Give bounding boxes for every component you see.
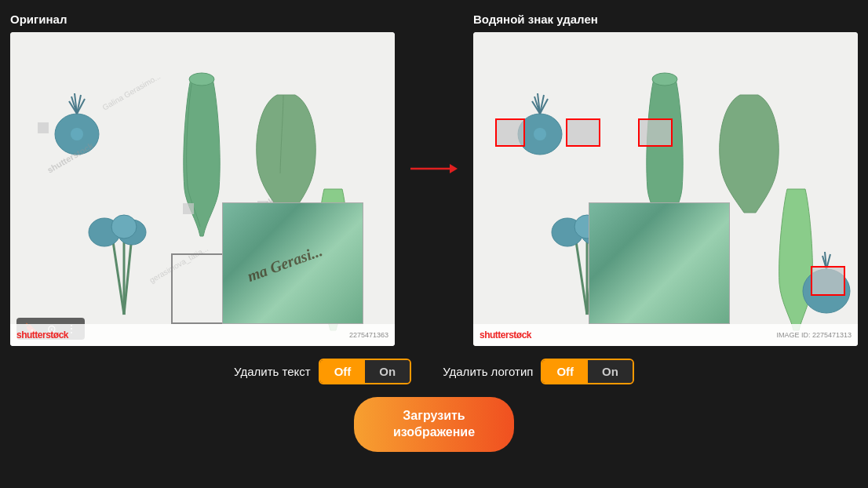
remove-text-control: Удалить текст Off On [234,359,411,384]
svg-point-7 [71,128,83,140]
direction-arrow [410,161,458,177]
svg-rect-19 [38,122,49,133]
shutterstock-logo-original: shutterstøck [16,330,68,341]
original-bottom-bar: shutterstøck 2275471363 [10,324,395,346]
red-box-4 [811,266,845,296]
svg-point-31 [534,128,546,140]
remove-text-off-button[interactable]: Off [320,360,366,383]
red-box-2 [566,118,600,147]
original-image-container: shutterstock Galina Gerasimo... gerasimo… [10,32,395,346]
download-button[interactable]: Загрузить изображение [354,397,514,452]
remove-text-on-button[interactable]: On [365,360,410,383]
svg-point-32 [652,73,677,86]
original-section: Оригинал [10,13,395,346]
processed-section: Водяной знак удален [473,13,858,346]
remove-logo-label: Удалить логотип [443,365,533,378]
red-box-1 [495,118,525,147]
processed-bottom-bar: shutterstøck IMAGE ID: 2275471313 [473,324,858,346]
remove-text-label: Удалить текст [234,365,311,378]
shutterstock-logo-processed: shutterstøck [480,330,531,341]
remove-logo-off-button[interactable]: Off [542,360,588,383]
image-id-processed: IMAGE ID: 2275471313 [776,331,852,339]
processed-title: Водяной знак удален [473,13,858,26]
remove-logo-toggle[interactable]: Off On [541,359,634,384]
remove-logo-on-button[interactable]: On [588,360,633,383]
download-line2: изображение [393,425,475,439]
svg-point-14 [111,215,137,239]
svg-marker-23 [450,164,458,173]
main-content: Оригинал [0,0,868,452]
download-line1: Загрузить [403,409,465,422]
images-row: Оригинал [16,13,852,346]
svg-rect-20 [183,203,194,214]
svg-point-8 [189,73,214,86]
original-title: Оригинал [10,13,395,26]
processed-image-container: shutterstøck IMAGE ID: 2275471313 [473,32,858,346]
red-box-3 [638,118,673,147]
controls-row: Удалить текст Off On Удалить логотип Off… [234,359,634,384]
remove-logo-control: Удалить логотип Off On [443,359,634,384]
image-id-original: 2275471363 [349,331,388,339]
remove-text-toggle[interactable]: Off On [319,359,412,384]
